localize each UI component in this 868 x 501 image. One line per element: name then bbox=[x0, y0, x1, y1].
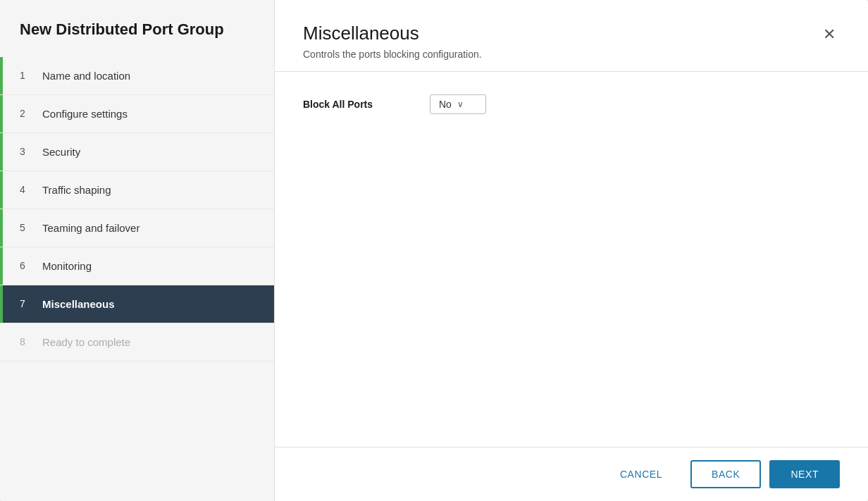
chevron-down-icon: ∨ bbox=[457, 99, 464, 109]
close-button[interactable]: ✕ bbox=[819, 24, 840, 45]
main-footer: CANCEL BACK NEXT bbox=[275, 447, 868, 501]
main-body: Block All PortsNo∨ bbox=[275, 72, 868, 447]
step-label-7: Miscellaneous bbox=[42, 298, 115, 310]
main-title: Miscellaneous bbox=[303, 23, 482, 44]
step-number-2: 2 bbox=[20, 108, 35, 119]
sidebar-step-8: 8Ready to complete bbox=[0, 323, 274, 361]
step-label-8: Ready to complete bbox=[42, 336, 130, 348]
dialog: New Distributed Port Group 1Name and loc… bbox=[0, 0, 868, 501]
main-subtitle: Controls the ports blocking configuratio… bbox=[303, 49, 482, 60]
field-row-0: Block All PortsNo∨ bbox=[303, 94, 840, 114]
sidebar-step-3[interactable]: 3Security bbox=[0, 133, 274, 171]
sidebar-step-5[interactable]: 5Teaming and failover bbox=[0, 209, 274, 247]
step-label-6: Monitoring bbox=[42, 260, 92, 272]
cancel-button[interactable]: CANCEL bbox=[600, 462, 682, 487]
step-label-3: Security bbox=[42, 146, 80, 158]
step-label-4: Traffic shaping bbox=[42, 184, 111, 196]
step-number-6: 6 bbox=[20, 260, 35, 271]
field-select-0[interactable]: No∨ bbox=[430, 94, 486, 114]
step-number-4: 4 bbox=[20, 184, 35, 195]
main-content: Miscellaneous Controls the ports blockin… bbox=[275, 0, 868, 501]
sidebar-step-1[interactable]: 1Name and location bbox=[0, 57, 274, 95]
main-header: Miscellaneous Controls the ports blockin… bbox=[275, 0, 868, 72]
step-number-5: 5 bbox=[20, 222, 35, 233]
sidebar: New Distributed Port Group 1Name and loc… bbox=[0, 0, 275, 501]
step-number-1: 1 bbox=[20, 70, 35, 81]
step-label-1: Name and location bbox=[42, 70, 130, 82]
step-number-8: 8 bbox=[20, 336, 35, 347]
field-label-0: Block All Ports bbox=[303, 99, 430, 110]
sidebar-step-7[interactable]: 7Miscellaneous bbox=[0, 285, 274, 323]
field-value-0: No bbox=[439, 99, 452, 110]
step-number-3: 3 bbox=[20, 146, 35, 157]
sidebar-title: New Distributed Port Group bbox=[0, 0, 274, 57]
step-label-5: Teaming and failover bbox=[42, 222, 140, 234]
sidebar-steps: 1Name and location2Configure settings3Se… bbox=[0, 57, 274, 501]
sidebar-step-2[interactable]: 2Configure settings bbox=[0, 95, 274, 133]
back-button[interactable]: BACK bbox=[690, 460, 761, 488]
sidebar-step-4[interactable]: 4Traffic shaping bbox=[0, 171, 274, 209]
step-number-7: 7 bbox=[20, 298, 35, 309]
main-header-text: Miscellaneous Controls the ports blockin… bbox=[303, 23, 482, 60]
step-label-2: Configure settings bbox=[42, 108, 128, 120]
next-button[interactable]: NEXT bbox=[769, 460, 840, 488]
sidebar-step-6[interactable]: 6Monitoring bbox=[0, 247, 274, 285]
